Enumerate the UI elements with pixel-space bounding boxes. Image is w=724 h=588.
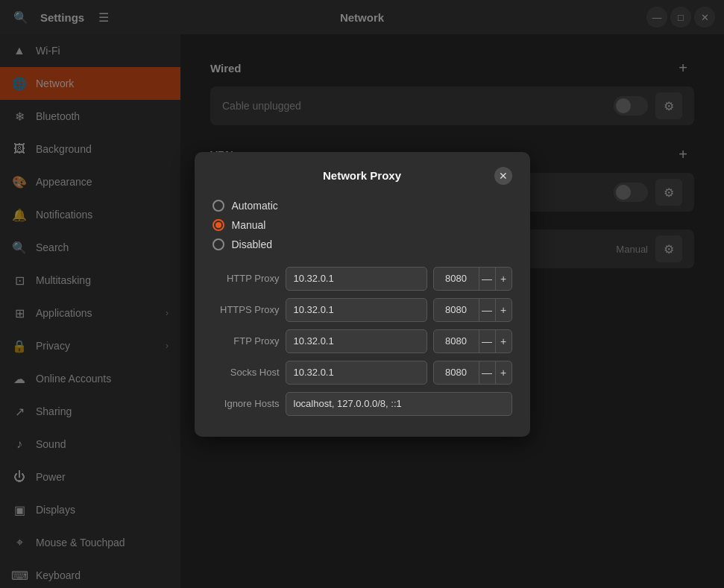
proxy-field-row-http: HTTP Proxy—+ <box>213 267 512 291</box>
proxy-field-row-socks: Socks Host—+ <box>213 361 512 385</box>
dialog-title: Network Proxy <box>230 169 494 182</box>
dialog-close-button[interactable]: ✕ <box>494 167 512 185</box>
dialog-titlebar: Network Proxy ✕ <box>213 167 512 185</box>
proxy-field-label-socks: Socks Host <box>213 367 280 378</box>
radio-manual[interactable]: Manual <box>213 218 512 233</box>
radio-label-manual: Manual <box>232 219 266 231</box>
proxy-input-ftp[interactable] <box>286 329 427 353</box>
radio-circle-manual <box>213 219 224 231</box>
proxy-input-socks[interactable] <box>286 361 427 385</box>
proxy-field-label-http: HTTP Proxy <box>213 273 280 284</box>
ignore-hosts-label: Ignore Hosts <box>213 398 280 409</box>
port-minus-http[interactable]: — <box>479 267 495 291</box>
port-minus-ftp[interactable]: — <box>479 329 495 353</box>
port-input-http[interactable] <box>434 268 479 288</box>
proxy-input-https[interactable] <box>286 298 427 322</box>
radio-disabled[interactable]: Disabled <box>213 237 512 252</box>
ignore-hosts-row: Ignore Hosts <box>213 392 512 416</box>
port-group-socks: —+ <box>433 361 512 385</box>
radio-label-disabled: Disabled <box>232 238 272 250</box>
proxy-field-label-ftp: FTP Proxy <box>213 335 280 347</box>
port-plus-ftp[interactable]: + <box>495 329 511 353</box>
radio-circle-disabled <box>213 238 224 250</box>
proxy-fields: HTTP Proxy—+HTTPS Proxy—+FTP Proxy—+Sock… <box>213 267 512 416</box>
port-input-ftp[interactable] <box>434 331 479 351</box>
ignore-hosts-input[interactable] <box>286 392 512 416</box>
proxy-field-row-https: HTTPS Proxy—+ <box>213 298 512 322</box>
port-group-ftp: —+ <box>433 329 512 353</box>
port-minus-socks[interactable]: — <box>479 361 495 385</box>
proxy-field-row-ftp: FTP Proxy—+ <box>213 329 512 353</box>
proxy-field-label-https: HTTPS Proxy <box>213 304 280 315</box>
dialog-overlay: Network Proxy ✕ AutomaticManualDisabled … <box>0 0 724 588</box>
port-input-socks[interactable] <box>434 362 479 382</box>
port-plus-https[interactable]: + <box>495 298 511 322</box>
radio-circle-automatic <box>213 200 224 212</box>
port-input-https[interactable] <box>434 300 479 320</box>
port-minus-https[interactable]: — <box>479 298 495 322</box>
port-plus-http[interactable]: + <box>495 267 511 291</box>
radio-label-automatic: Automatic <box>232 200 278 212</box>
proxy-mode-radio-group: AutomaticManualDisabled <box>213 198 512 252</box>
port-group-http: —+ <box>433 267 512 291</box>
radio-automatic[interactable]: Automatic <box>213 198 512 213</box>
port-group-https: —+ <box>433 298 512 322</box>
port-plus-socks[interactable]: + <box>495 361 511 385</box>
proxy-input-http[interactable] <box>286 267 427 291</box>
network-proxy-dialog: Network Proxy ✕ AutomaticManualDisabled … <box>195 152 530 437</box>
